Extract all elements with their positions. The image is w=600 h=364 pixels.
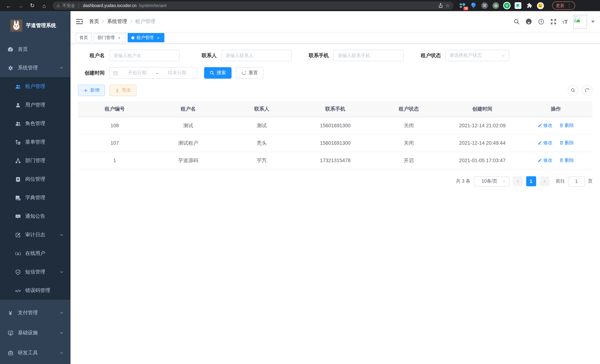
sidebar-item-dict[interactable]: 字典管理 <box>0 188 71 207</box>
extension-emoji-icon[interactable] <box>536 2 544 9</box>
export-button[interactable]: 导出 <box>110 84 137 96</box>
sidebar-item-audit-log[interactable]: 审计日志 <box>0 226 71 244</box>
col-contact: 联系人 <box>225 101 299 117</box>
tab-label: 租户管理 <box>137 35 154 40</box>
browser-home-icon[interactable]: ⌂ <box>40 1 48 10</box>
caret-down-icon[interactable] <box>591 20 595 23</box>
calendar-icon <box>113 70 118 75</box>
sidebar-item-label: 系统管理 <box>18 65 59 71</box>
page-number-1[interactable]: 1 <box>526 176 536 186</box>
filter-row-1: 租户名 联系人 联系手机 租户状态 请选择租户状态 <box>78 50 593 61</box>
chevron-down-icon <box>501 53 505 58</box>
chevron-down-icon <box>59 311 64 315</box>
search-icon[interactable] <box>513 18 520 25</box>
app-title: 芋道管理系统 <box>26 22 56 29</box>
sidebar-item-user[interactable]: 用户管理 <box>0 96 71 114</box>
avatar[interactable] <box>573 15 587 28</box>
sidebar-item-role[interactable]: 角色管理 <box>0 114 71 133</box>
delete-link[interactable]: 删除 <box>559 122 574 129</box>
extension-workspace-icon[interactable]: 10 <box>459 2 466 9</box>
sidebar-item-label: 支付管理 <box>18 309 59 316</box>
toggle-search-button[interactable] <box>568 85 579 96</box>
date-range-picker[interactable]: 开始日期 - 结束日期 <box>109 67 197 79</box>
sidebar-item-menu[interactable]: 菜单管理 <box>0 133 71 151</box>
extensions-puzzle-icon[interactable] <box>525 2 533 9</box>
tenant-name-input[interactable] <box>109 50 180 61</box>
github-icon[interactable] <box>525 18 532 25</box>
active-dot <box>131 36 134 39</box>
tags-view-bar: 首页 部门管理 × 租户管理 × <box>71 32 600 44</box>
cell-contact: 芋艿 <box>225 152 299 169</box>
cell-mobile: 17321315478 <box>299 152 372 169</box>
extension-flag-icon[interactable] <box>514 2 522 9</box>
contact-input[interactable] <box>221 50 292 61</box>
browser-update-button[interactable]: 更新 ⋮ <box>552 1 575 10</box>
sidebar-item-home[interactable]: 首页 <box>0 40 71 59</box>
breadcrumb-system[interactable]: 系统管理 <box>107 18 127 25</box>
sidebar-item-error-code[interactable]: </> 错误码管理 <box>0 281 71 300</box>
sidebar-item-sms[interactable]: 短信管理 <box>0 263 71 281</box>
reset-button[interactable]: 重置 <box>236 67 263 79</box>
status-label: 租户状态 <box>414 52 441 59</box>
sidebar-toggle-icon[interactable] <box>76 18 83 25</box>
browser-forward-icon[interactable]: → <box>16 1 25 10</box>
sidebar-item-notice[interactable]: 通知公告 <box>0 207 71 226</box>
sidebar-item-tenant[interactable]: 租户管理 <box>0 77 71 96</box>
sidebar-item-post[interactable]: 岗位管理 <box>0 170 71 188</box>
url-domain: dashboard.yudao.iocoder.cn <box>83 3 137 8</box>
sidebar-item-payment[interactable]: ¥ 支付管理 <box>0 303 71 323</box>
chevron-right-icon <box>542 179 546 183</box>
sidebar-item-online-user[interactable]: 在线用户 <box>0 244 71 263</box>
goto-page-input[interactable] <box>568 176 585 187</box>
prev-page-button[interactable] <box>513 176 523 186</box>
share-icon[interactable] <box>438 3 443 8</box>
add-button[interactable]: 新增 <box>78 84 105 96</box>
pencil-icon <box>538 158 542 163</box>
close-icon[interactable]: × <box>117 35 122 40</box>
sidebar-logo-row: 芋道管理系统 <box>0 11 71 40</box>
delete-link[interactable]: 删除 <box>559 140 574 146</box>
fullscreen-icon[interactable] <box>550 18 557 25</box>
next-page-button[interactable] <box>539 176 549 186</box>
edit-link[interactable]: 修改 <box>538 140 553 146</box>
edit-link[interactable]: 修改 <box>538 157 553 164</box>
sidebar-item-dept[interactable]: 部门管理 <box>0 151 71 170</box>
gear-icon <box>7 65 13 71</box>
extension-y-icon[interactable]: Y <box>503 2 511 9</box>
sidebar: 芋道管理系统 首页 系统管理 <box>0 11 71 364</box>
breadcrumb-home[interactable]: 首页 <box>89 18 99 25</box>
extension-greendot-icon[interactable] <box>492 2 499 9</box>
refresh-table-button[interactable] <box>582 85 593 96</box>
pagination-total: 共 3 条 <box>456 178 470 184</box>
cell-actions: 修改 删除 <box>519 134 593 152</box>
tab-tenant[interactable]: 租户管理 × <box>128 33 164 42</box>
status-select[interactable]: 请选择租户状态 <box>445 50 509 61</box>
sidebar-item-label: 通知公告 <box>25 213 71 220</box>
tab-dept[interactable]: 部门管理 × <box>94 33 125 42</box>
extension-command-icon[interactable]: ⌘ <box>481 2 488 9</box>
search-button[interactable]: 搜索 <box>204 67 232 79</box>
help-icon[interactable]: ? <box>538 18 544 25</box>
close-icon[interactable]: × <box>156 35 161 40</box>
font-size-icon[interactable]: TT <box>562 19 568 24</box>
tab-home[interactable]: 首页 <box>76 33 92 42</box>
browser-menu-icon[interactable]: ⋮ <box>567 3 572 8</box>
cell-tenant-id: 107 <box>78 134 151 152</box>
sidebar-item-infra[interactable]: 基础设施 <box>0 323 71 343</box>
page-size-select[interactable]: 10条/页 <box>474 176 509 187</box>
delete-link[interactable]: 删除 <box>559 157 574 164</box>
sidebar-item-system[interactable]: 系统管理 <box>0 59 71 77</box>
address-bar[interactable]: ⚠ 不安全 dashboard.yudao.iocoder.cn/system/… <box>53 1 453 10</box>
refresh-icon <box>585 88 590 93</box>
edit-link[interactable]: 修改 <box>538 122 553 129</box>
bookmark-star-icon[interactable]: ☆ <box>445 3 450 8</box>
browser-reload-icon[interactable]: ↻ <box>28 1 36 10</box>
extension-balloon-icon[interactable] <box>470 2 477 9</box>
mobile-input[interactable] <box>333 50 404 61</box>
sidebar-item-label: 短信管理 <box>25 269 59 275</box>
trash-icon <box>559 123 564 128</box>
browser-back-icon[interactable]: ← <box>4 1 13 10</box>
table-row: 1 芋道源码 芋艿 17321315478 开启 2021-01-05 17:0… <box>78 152 593 169</box>
sidebar-item-dev-tools[interactable]: 研发工具 <box>0 343 71 363</box>
cell-status: 关闭 <box>372 134 445 152</box>
